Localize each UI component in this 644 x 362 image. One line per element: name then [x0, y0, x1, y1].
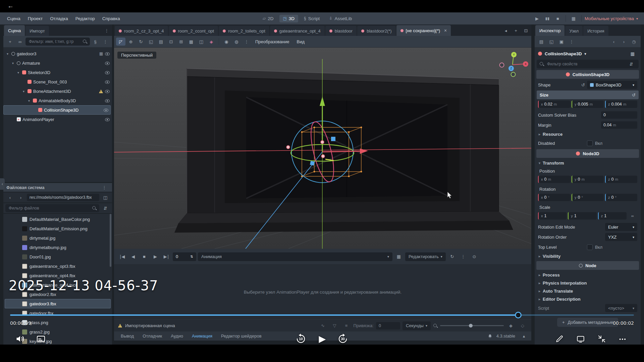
tab-node[interactable]: Узел — [565, 26, 583, 36]
visibility-eye-icon[interactable] — [105, 117, 110, 122]
rotation-edit-mode-dropdown[interactable]: Euler▾ — [605, 223, 637, 231]
position-y-field[interactable]: y0m — [572, 176, 604, 183]
anim-extra-menu-icon[interactable]: ⋮ — [459, 253, 468, 261]
collapse-icon[interactable]: ▾ — [16, 71, 20, 74]
insert-key-outline-icon[interactable]: ◇ — [518, 322, 527, 330]
preview-environment-icon[interactable]: ◍ — [232, 38, 241, 46]
position-x-field[interactable]: x0m — [538, 176, 570, 183]
file-row-selected[interactable]: gatedoor3.fbx — [5, 299, 111, 308]
size-z-field[interactable]: z0.004m — [605, 101, 637, 108]
distraction-free-icon[interactable]: ⊡ — [521, 26, 531, 35]
insert-key-icon[interactable]: ◆ — [506, 322, 516, 330]
tab-scene-dock[interactable]: Сцена — [4, 25, 25, 36]
file-row[interactable]: DefaultMaterial_BaseColor.png — [3, 215, 112, 224]
node3d-category-header[interactable]: Node3D — [536, 149, 639, 158]
disabled-checkbox[interactable] — [587, 140, 593, 146]
menu-help[interactable]: Справка — [99, 14, 124, 23]
edit-pencil-icon[interactable] — [553, 333, 566, 345]
fs-path[interactable]: res://models/rooms3/gatedoor3.fbx — [27, 194, 99, 201]
tree-extra-menu-icon[interactable]: ⋮ — [101, 38, 110, 46]
history-icon[interactable]: ◷ — [629, 38, 639, 46]
anim-pin-icon[interactable]: ⊙ — [470, 253, 479, 261]
property-row-bias[interactable]: Custom Solver Bias 0 — [536, 110, 639, 120]
mode-script-button[interactable]: §Script — [300, 15, 323, 22]
ruler-icon[interactable]: ◫ — [197, 38, 206, 46]
view-menu[interactable]: Вид — [293, 38, 308, 46]
anim-loop-icon[interactable]: ↻ — [447, 253, 457, 261]
movie-mode-icon[interactable]: ▦ — [569, 14, 578, 22]
panel-audio-button[interactable]: Аудио — [167, 333, 187, 340]
unlock-icon[interactable]: ⊞ — [176, 38, 186, 46]
tree-row[interactable]: ▾ gatedoor3 ▦ — [3, 49, 112, 58]
prev-tabs-icon[interactable]: ◂ — [501, 26, 511, 35]
pause-project-icon[interactable]: ▮▮ — [543, 14, 552, 22]
play-icon[interactable]: ▶ — [316, 333, 328, 345]
bezier-edit-icon[interactable]: ∿ — [318, 322, 327, 330]
spinner-arrows-icon[interactable]: ⇅ — [191, 255, 193, 258]
scene-tab[interactable]: room_2_toilets_opt — [219, 26, 269, 36]
node-category-header[interactable]: Node — [536, 261, 639, 270]
close-icon[interactable]: × — [444, 28, 447, 33]
volume-icon[interactable] — [14, 333, 26, 345]
attach-script-icon[interactable]: § — [91, 38, 100, 46]
inspector-extra-icon[interactable]: ▥ — [628, 50, 637, 58]
visibility-eye-icon[interactable] — [105, 60, 110, 66]
fs-split-view-icon[interactable]: ◫ — [101, 193, 110, 201]
property-filter-input[interactable] — [546, 61, 624, 67]
scene-tab[interactable]: blastdoor2(*) — [357, 26, 395, 36]
visibility-group[interactable]: ▸Visibility — [536, 252, 639, 260]
scale-z-field[interactable]: z1 — [598, 212, 627, 220]
run-target-dropdown[interactable]: Мобильные устройства▾ — [585, 16, 638, 21]
tree-row[interactable]: ▾ Skeleton3D — [3, 68, 112, 77]
property-row-rotation-order[interactable]: Rotation Order YXZ▾ — [536, 232, 639, 242]
filter-options-icon[interactable]: ⇵ — [627, 60, 636, 68]
scene-tab[interactable]: blastdoor — [325, 26, 357, 36]
scale-y-field[interactable]: y1 — [568, 212, 596, 220]
transform-menu[interactable]: Преобразование — [252, 38, 293, 46]
add-metadata-button[interactable]: + Добавить метаданные — [557, 318, 618, 327]
fs-back-icon[interactable]: ‹ — [5, 193, 15, 201]
subtitles-icon[interactable] — [35, 333, 47, 345]
class-category-header[interactable]: CollisionShape3D — [536, 70, 639, 79]
filter-tracks-icon[interactable]: ▽ — [330, 322, 339, 330]
add-node-icon[interactable]: + — [5, 38, 15, 46]
property-row-disabled[interactable]: Disabled Вкл — [536, 138, 639, 148]
instance-scene-icon[interactable]: ∞ — [15, 38, 25, 46]
track-list-icon[interactable]: ≡ — [341, 322, 351, 330]
property-row-rotation-edit-mode[interactable]: Rotation Edit Mode Euler▾ — [536, 222, 639, 232]
tree-row-selected[interactable]: CollisionShape3D — [3, 105, 111, 115]
anim-play-icon[interactable]: ▶ — [151, 253, 160, 261]
rewind-10-icon[interactable]: 10 — [295, 333, 307, 345]
visibility-eye-icon[interactable] — [105, 70, 110, 75]
tree-row[interactable]: ▾ BoneAttachment3D — [3, 86, 112, 96]
zoom-slider-handle[interactable] — [469, 324, 473, 327]
anim-step-back-icon[interactable]: ◀ — [128, 253, 138, 261]
dock-collapse-icon[interactable]: ‹ — [0, 178, 5, 190]
menu-project[interactable]: Проект — [24, 14, 46, 23]
property-row-script[interactable]: Script <пусто>▾ — [536, 303, 639, 313]
rotation-x-field[interactable]: x0° — [538, 194, 570, 201]
resource-group[interactable]: ▸Resource — [536, 130, 639, 138]
rotation-z-field[interactable]: z0° — [605, 194, 637, 201]
forward-30-icon[interactable]: 30 — [337, 333, 349, 345]
scale-tool-icon[interactable]: ◱ — [146, 38, 156, 46]
anim-frame-spinner[interactable]: 0⇅ — [173, 252, 196, 261]
visibility-eye-icon[interactable] — [105, 51, 110, 56]
fs-filter-input[interactable] — [8, 205, 90, 211]
shape-value-dropdown[interactable]: BoxShape3D ▾ — [587, 81, 637, 89]
imported-scene-warning[interactable]: Импортированная сцена — [118, 323, 175, 328]
anim-go-end-icon[interactable]: ▶∣ — [162, 253, 171, 261]
visibility-eye-icon[interactable] — [105, 98, 110, 103]
select-tool-icon[interactable]: ◸ — [116, 38, 125, 46]
panel-shader-editor-button[interactable]: Редактор шейдеров — [217, 333, 266, 340]
shrink-icon[interactable] — [596, 333, 608, 345]
file-row[interactable]: gateaentrance_opt3.fbx — [3, 261, 112, 271]
filesystem-menu-icon[interactable]: ⋮ — [100, 183, 109, 191]
physics-interpolation-group[interactable]: ▸Physics Interpolation — [536, 279, 639, 287]
dock-menu-icon[interactable]: ⋮ — [102, 26, 111, 35]
margin-field[interactable]: 0.04m — [601, 121, 637, 129]
preview-sun-icon[interactable]: ◉ — [222, 38, 231, 46]
notifications-bell-icon[interactable] — [488, 334, 492, 339]
panel-debugger-button[interactable]: Отладчик — [139, 333, 166, 340]
process-group[interactable]: ▸Process — [536, 271, 639, 279]
